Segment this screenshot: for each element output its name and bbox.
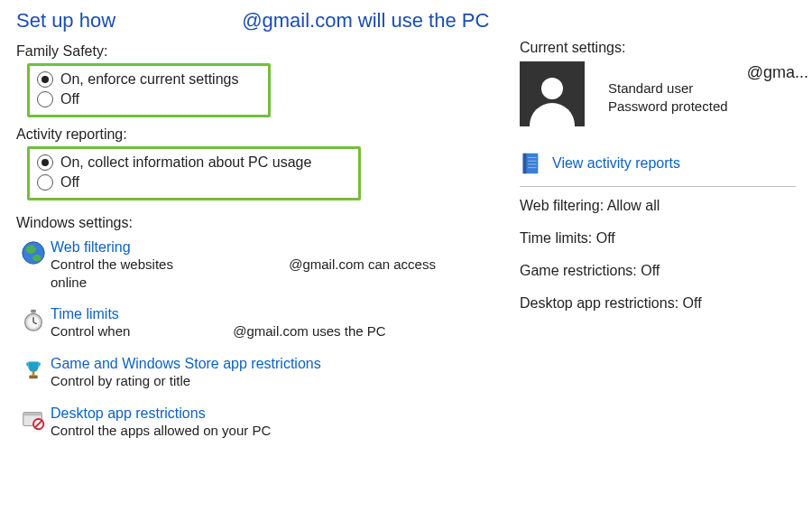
current-settings-heading: Current settings:	[520, 40, 796, 56]
game-restrictions-item: Game and Windows Store app restrictions …	[16, 355, 503, 390]
stat-value: Off	[641, 263, 660, 278]
right-column: Current settings: Standard user Password…	[503, 40, 796, 328]
activity-reporting-label: Activity reporting:	[16, 126, 503, 143]
stat-label: Game restrictions:	[520, 263, 637, 278]
stat-time-limits: Time limits: Off	[520, 230, 796, 247]
radio-label: On, enforce current settings	[60, 71, 238, 88]
stat-desktop-restrictions: Desktop app restrictions: Off	[520, 295, 796, 312]
user-password-state: Password protected	[608, 98, 728, 116]
activity-reporting-radio-group: On, collect information about PC usage O…	[27, 146, 361, 200]
stat-label: Desktop app restrictions:	[520, 295, 678, 311]
desktop-restrictions-item: Desktop app restrictions Control the app…	[16, 405, 503, 440]
web-filtering-link[interactable]: Web filtering	[51, 238, 503, 256]
game-restrictions-desc: Control by rating or title	[51, 372, 503, 390]
stopwatch-icon	[16, 305, 51, 334]
stat-game-restrictions: Game restrictions: Off	[520, 263, 796, 279]
radio-label: On, collect information about PC usage	[60, 154, 311, 171]
title-part1: Set up how	[16, 9, 236, 33]
page-title: Set up how @gmail.com will use the PC	[16, 9, 796, 33]
stat-label: Time limits:	[520, 230, 592, 246]
activity-link-row: View activity reports	[520, 152, 796, 175]
family-safety-radio-on[interactable]: On, enforce current settings	[37, 70, 259, 89]
radio-button-icon	[37, 174, 53, 191]
svg-rect-9	[32, 371, 35, 376]
windows-settings-list: Web filtering Control the websites @gmai…	[16, 238, 503, 439]
title-part2: @gmail.com will use the PC	[242, 9, 489, 32]
activity-reporting-radio-on[interactable]: On, collect information about PC usage	[37, 153, 349, 172]
web-filtering-desc: Control the websites @gmail.com can acce…	[51, 256, 503, 291]
family-safety-label: Family Safety:	[16, 43, 503, 60]
time-limits-item: Time limits Control when @gmail.com uses…	[16, 305, 503, 340]
divider	[520, 186, 796, 187]
left-column: Family Safety: On, enforce current setti…	[16, 40, 503, 453]
svg-rect-10	[29, 375, 37, 378]
trophy-icon	[16, 355, 51, 384]
svg-rect-16	[523, 154, 527, 173]
user-role: Standard user	[608, 79, 728, 98]
svg-point-1	[26, 246, 36, 254]
stat-label: Web filtering:	[520, 198, 604, 213]
stat-value: Allow all	[607, 198, 660, 213]
window-restriction-icon	[16, 405, 51, 433]
radio-button-icon	[37, 91, 53, 107]
family-safety-settings-page: Set up how @gmail.com will use the PC Fa…	[0, 0, 812, 531]
stat-web-filtering: Web filtering: Allow all	[520, 198, 796, 214]
avatar-icon	[520, 61, 585, 126]
desc-right: @gmail.com can access	[289, 256, 436, 274]
web-filtering-item: Web filtering Control the websites @gmai…	[16, 238, 503, 291]
user-email: @gma...	[747, 63, 808, 82]
desc-left: Control the websites	[51, 256, 285, 274]
svg-rect-6	[31, 310, 36, 313]
notebook-icon	[520, 152, 541, 175]
family-safety-radio-off[interactable]: Off	[37, 89, 259, 109]
desc-line2: online	[51, 274, 503, 292]
view-activity-reports-link[interactable]: View activity reports	[552, 155, 680, 172]
stat-value: Off	[683, 295, 702, 311]
svg-rect-12	[23, 412, 42, 415]
time-limits-desc: Control when @gmail.com uses the PC	[51, 322, 503, 340]
windows-settings-heading: Windows settings:	[16, 215, 503, 231]
radio-button-icon	[37, 71, 53, 88]
family-safety-radio-group: On, enforce current settings Off	[27, 63, 271, 117]
desc-left: Control when	[51, 322, 229, 340]
desc-right: @gmail.com uses the PC	[233, 322, 385, 340]
globe-icon	[16, 238, 51, 267]
svg-point-2	[32, 255, 41, 262]
stat-value: Off	[596, 230, 615, 246]
user-block: Standard user Password protected @gma...	[520, 61, 796, 126]
game-restrictions-link[interactable]: Game and Windows Store app restrictions	[51, 355, 503, 372]
activity-reporting-radio-off[interactable]: Off	[37, 172, 349, 192]
desktop-restrictions-desc: Control the apps allowed on your PC	[51, 422, 503, 440]
radio-button-icon	[37, 154, 53, 171]
desktop-restrictions-link[interactable]: Desktop app restrictions	[51, 405, 503, 422]
user-meta: Standard user Password protected	[608, 61, 728, 116]
time-limits-link[interactable]: Time limits	[51, 305, 503, 322]
radio-label: Off	[60, 91, 79, 107]
radio-label: Off	[60, 174, 79, 191]
